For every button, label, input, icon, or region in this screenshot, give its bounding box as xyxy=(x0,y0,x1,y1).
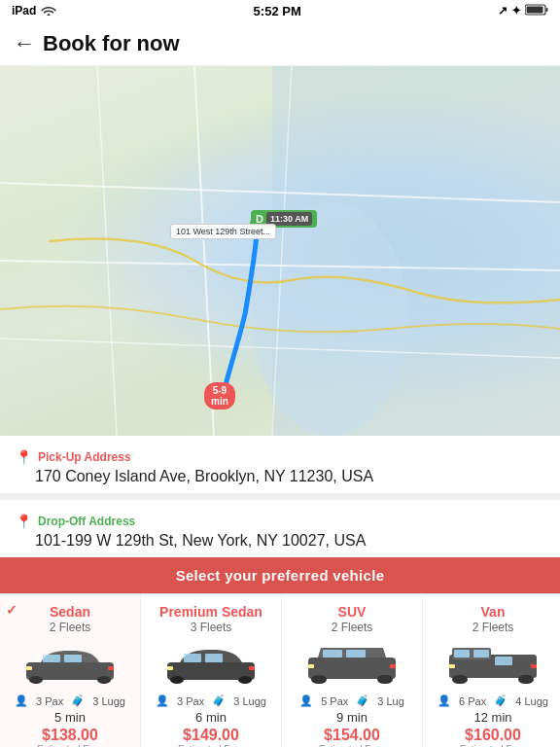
vehicle-capacity: 👤 3 Pax 🧳 3 Lugg xyxy=(15,694,125,707)
vehicle-fleets-label: 2 Fleets xyxy=(472,621,514,634)
vehicle-wait-time: 9 min xyxy=(336,710,368,725)
lugg-icon: 🧳 xyxy=(356,694,369,707)
lugg-count: 3 Lugg xyxy=(92,695,125,707)
vehicle-fleets-label: 2 Fleets xyxy=(332,621,373,634)
vehicle-list: ✓ Sedan 2 Fleets 👤 3 Pax 🧳 3 Lugg 5 min … xyxy=(0,593,560,747)
map-view[interactable]: D 11:30 AM 101 West 129th Street... 5-9 … xyxy=(0,66,560,436)
pickup-pin-icon: 📍 xyxy=(16,449,32,465)
vehicle-wait-time: 12 min xyxy=(473,710,511,725)
pax-count: 6 Pax xyxy=(459,695,486,707)
pax-count: 3 Pax xyxy=(36,695,63,707)
svg-rect-15 xyxy=(97,676,111,684)
status-bar: iPad 5:52 PM ↗ ✦ xyxy=(0,0,560,21)
pax-icon: 👤 xyxy=(299,694,313,707)
pickup-section: 📍 Pick-Up Address 170 Coney Island Ave, … xyxy=(0,436,560,494)
svg-rect-38 xyxy=(454,650,470,658)
bluetooth-icon: ✦ xyxy=(511,4,521,18)
lugg-count: 3 Lugg xyxy=(233,695,266,707)
battery-icon xyxy=(525,4,548,18)
selected-check-icon: ✓ xyxy=(6,602,18,618)
page-title: Book for now xyxy=(43,31,180,56)
vehicle-select-header: Select your preferred vehicle xyxy=(0,557,560,593)
vehicle-fare-amount: $149.00 xyxy=(183,727,239,744)
svg-rect-30 xyxy=(323,650,342,658)
svg-rect-39 xyxy=(473,650,489,658)
vehicle-fleets-label: 2 Fleets xyxy=(50,621,91,634)
location-icon: ↗ xyxy=(498,4,508,18)
svg-rect-42 xyxy=(531,664,537,668)
pax-count: 3 Pax xyxy=(177,695,204,707)
svg-point-4 xyxy=(253,202,408,436)
svg-rect-40 xyxy=(495,657,512,665)
vehicle-fleets-label: 3 Fleets xyxy=(191,621,232,634)
lugg-count: 3 Lug xyxy=(377,695,404,707)
dropoff-label: 📍 Drop-Off Address xyxy=(16,514,544,529)
vehicle-image xyxy=(439,638,546,691)
svg-rect-32 xyxy=(308,664,314,668)
vehicle-image xyxy=(298,638,405,691)
vehicle-card[interactable]: Premium Sedan 3 Fleets 👤 3 Pax 🧳 3 Lugg … xyxy=(141,594,282,747)
vehicle-fare-amount: $138.00 xyxy=(42,727,98,744)
svg-rect-18 xyxy=(26,666,32,670)
dropoff-address-text: 101-199 W 129th St, New York, NY 10027, … xyxy=(16,532,544,550)
carrier-label: iPad xyxy=(12,4,36,18)
pax-icon: 👤 xyxy=(15,694,28,707)
svg-rect-28 xyxy=(311,675,327,684)
vehicle-type-label: Van xyxy=(481,604,506,620)
vehicle-type-label: Premium Sedan xyxy=(159,604,262,620)
vehicle-fare-amount: $154.00 xyxy=(324,727,380,744)
vehicle-card[interactable]: SUV 2 Fleets 👤 5 Pax 🧳 3 Lug 9 min $154.… xyxy=(282,594,423,747)
map-address-label: 101 West 129th Street... xyxy=(170,224,276,239)
lugg-icon: 🧳 xyxy=(212,694,226,707)
svg-rect-31 xyxy=(346,650,366,658)
svg-rect-14 xyxy=(29,676,43,684)
svg-rect-41 xyxy=(449,664,455,668)
vehicle-fare-amount: $160.00 xyxy=(465,727,521,744)
svg-rect-16 xyxy=(43,655,60,662)
pickup-label: 📍 Pick-Up Address xyxy=(16,449,544,465)
dropoff-pin-icon: 📍 xyxy=(16,514,32,529)
svg-rect-24 xyxy=(205,654,223,662)
svg-rect-36 xyxy=(452,675,468,684)
svg-rect-25 xyxy=(167,666,173,670)
pax-count: 5 Pax xyxy=(321,695,348,707)
pax-icon: 👤 xyxy=(438,694,451,707)
back-button[interactable]: ← xyxy=(14,31,35,56)
status-right: ↗ ✦ xyxy=(498,4,548,18)
svg-rect-2 xyxy=(526,6,542,13)
status-left: iPad xyxy=(12,4,56,18)
svg-rect-1 xyxy=(545,8,547,12)
page-header: ← Book for now xyxy=(0,21,560,66)
svg-rect-17 xyxy=(64,655,82,662)
svg-rect-23 xyxy=(184,654,201,662)
vehicle-type-label: SUV xyxy=(338,604,367,620)
lugg-icon: 🧳 xyxy=(71,694,85,707)
vehicle-card[interactable]: Van 2 Fleets 👤 6 Pax 🧳 4 Lugg 12 min $16… xyxy=(423,594,560,747)
dropoff-section: 📍 Drop-Off Address 101-199 W 129th St, N… xyxy=(0,500,560,557)
vehicle-capacity: 👤 3 Pax 🧳 3 Lugg xyxy=(156,694,266,707)
vehicle-image xyxy=(17,638,123,691)
svg-line-9 xyxy=(194,66,214,436)
vehicle-capacity: 👤 6 Pax 🧳 4 Lugg xyxy=(438,694,548,707)
svg-line-8 xyxy=(97,66,117,436)
svg-rect-22 xyxy=(238,676,252,684)
vehicle-card[interactable]: ✓ Sedan 2 Fleets 👤 3 Pax 🧳 3 Lugg 5 min … xyxy=(0,594,141,747)
pickup-address-text: 170 Coney Island Ave, Brooklyn, NY 11230… xyxy=(16,468,544,485)
pax-icon: 👤 xyxy=(156,694,169,707)
vehicle-wait-time: 5 min xyxy=(54,710,86,725)
svg-rect-37 xyxy=(518,675,534,684)
route-time-badge: 5-9 min xyxy=(204,382,235,409)
lugg-icon: 🧳 xyxy=(494,694,508,707)
vehicle-image xyxy=(158,638,264,691)
vehicle-type-label: Sedan xyxy=(50,604,90,620)
svg-rect-33 xyxy=(390,664,396,668)
vehicle-wait-time: 6 min xyxy=(195,710,227,725)
svg-rect-19 xyxy=(108,666,114,670)
svg-rect-26 xyxy=(249,666,255,670)
wifi-icon xyxy=(41,4,56,18)
map-svg-overlay xyxy=(0,66,560,436)
svg-rect-29 xyxy=(377,675,393,684)
svg-rect-21 xyxy=(170,676,184,684)
time-display: 5:52 PM xyxy=(254,4,301,18)
lugg-count: 4 Lugg xyxy=(515,695,548,707)
